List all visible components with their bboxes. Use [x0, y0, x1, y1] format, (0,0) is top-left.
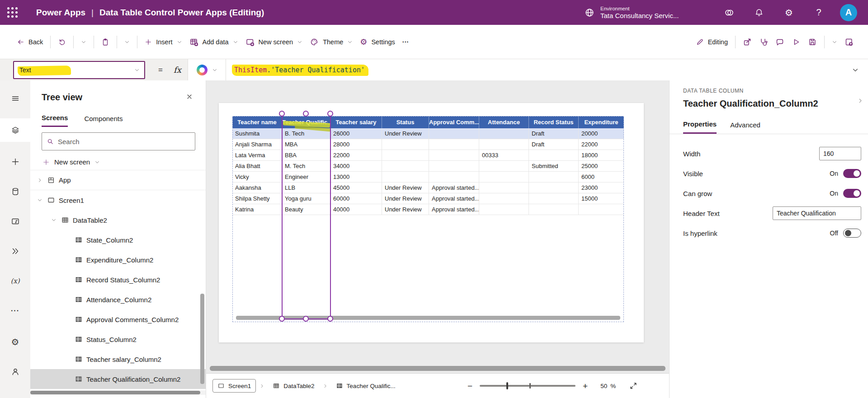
- app-checker-button[interactable]: [755, 35, 772, 49]
- save-button[interactable]: [804, 35, 821, 49]
- undo-button[interactable]: [54, 35, 70, 49]
- selection-handle[interactable]: [327, 316, 333, 322]
- table-row[interactable]: Anjali SharmaMBA28000Draft22000: [232, 139, 624, 150]
- table-row[interactable]: SushmitaB. Tech26000Under ReviewDraft200…: [232, 128, 624, 139]
- width-input[interactable]: [819, 147, 861, 160]
- avatar[interactable]: A: [840, 4, 857, 21]
- table-row[interactable]: Lata VermaBBA220000033318000: [232, 150, 624, 161]
- environment-switcher[interactable]: Environment Tata Consultancy Servic...: [585, 6, 679, 19]
- tree-vertical-scrollbar[interactable]: [200, 294, 204, 384]
- header-text-input[interactable]: [773, 206, 861, 220]
- tree-item-teacher-salary-column2[interactable]: Teacher salary_Column2: [30, 349, 206, 369]
- tab-properties[interactable]: Properties: [683, 120, 717, 134]
- tree-item-attendance-column2[interactable]: Attendance_Column2: [30, 290, 206, 309]
- tree-item-state-column2[interactable]: State_Column2: [30, 230, 206, 250]
- back-button[interactable]: Back: [14, 36, 47, 48]
- save-menu-button[interactable]: [828, 37, 841, 47]
- zoom-in-button[interactable]: +: [583, 382, 588, 390]
- help-icon[interactable]: ?: [812, 6, 826, 19]
- breadcrumb-teacher-qualific[interactable]: Teacher Qualific...: [331, 379, 400, 392]
- breadcrumb-screen1[interactable]: Screen1: [212, 379, 256, 393]
- preview-button[interactable]: [788, 35, 804, 49]
- rail-variables-button[interactable]: (x): [0, 271, 30, 291]
- column-header-approval-comm[interactable]: Approval Comm...: [429, 116, 479, 128]
- search-box[interactable]: [42, 132, 195, 150]
- new-screen-tree-button[interactable]: New screen: [42, 158, 100, 166]
- column-header-teacher-name[interactable]: Teacher name: [232, 116, 282, 128]
- settings-gear-icon[interactable]: ⚙: [782, 6, 796, 19]
- insert-button[interactable]: Insert: [141, 36, 185, 48]
- tree-item-screen1[interactable]: Screen1: [30, 190, 206, 210]
- table-row[interactable]: Alia BhattM. Tech34000Submitted25000: [232, 161, 624, 172]
- formula-input[interactable]: ThisItem.'Teacher Qualification': [188, 59, 868, 81]
- copilot-header-icon[interactable]: [722, 6, 736, 19]
- add-data-button[interactable]: Add data: [186, 35, 242, 49]
- can-grow-toggle[interactable]: [843, 189, 861, 198]
- paste-menu-button[interactable]: [121, 37, 133, 47]
- canvas-scrollbar[interactable]: [210, 366, 665, 371]
- zoom-slider-thumb[interactable]: [506, 382, 508, 389]
- chevron-down-icon[interactable]: [50, 217, 57, 223]
- column-header-record-status[interactable]: Record Status: [529, 116, 579, 128]
- tab-components[interactable]: Components: [84, 114, 123, 127]
- column-header-teacher-salary[interactable]: Teacher salary: [330, 116, 382, 128]
- copilot-button[interactable]: [188, 59, 226, 81]
- selection-handle[interactable]: [279, 111, 285, 117]
- share-button[interactable]: [739, 35, 755, 49]
- new-screen-button[interactable]: New screen: [242, 35, 307, 49]
- rail-more-button[interactable]: ···: [0, 301, 30, 321]
- table-row[interactable]: Shilpa ShettyYoga guru60000Under ReviewA…: [232, 193, 624, 204]
- table-row[interactable]: AakanshaLLB45000Under ReviewApproval sta…: [232, 183, 624, 193]
- settings-button[interactable]: ⚙ Settings: [356, 35, 399, 49]
- tab-advanced[interactable]: Advanced: [730, 120, 760, 134]
- theme-button[interactable]: Theme: [306, 35, 356, 49]
- visible-toggle[interactable]: [843, 169, 861, 178]
- chevron-right-icon[interactable]: [36, 178, 43, 183]
- breadcrumb-datatable2[interactable]: DataTable2: [268, 379, 319, 392]
- rail-power-automate-button[interactable]: [0, 241, 30, 261]
- search-input[interactable]: [58, 138, 190, 145]
- column-header-attendance[interactable]: Attendance: [479, 116, 529, 128]
- rail-settings-button[interactable]: ⚙: [0, 332, 30, 352]
- tree-item-datatable2[interactable]: DataTable2: [30, 210, 206, 230]
- rail-media-button[interactable]: [0, 211, 30, 231]
- overflow-button[interactable]: ···: [399, 36, 413, 48]
- tree-item-record-status-column2[interactable]: Record Status_Column2: [30, 270, 206, 290]
- formula-expand-icon[interactable]: [852, 66, 859, 74]
- publish-button[interactable]: [841, 35, 857, 49]
- chevron-down-icon[interactable]: [36, 197, 43, 203]
- rail-user-button[interactable]: [0, 362, 30, 382]
- rail-data-sources-button[interactable]: [0, 182, 30, 201]
- tab-screens[interactable]: Screens: [42, 114, 68, 127]
- rail-insert-plus-button[interactable]: [0, 152, 30, 172]
- column-header-expenditure[interactable]: Expenditure: [579, 116, 624, 128]
- notifications-icon[interactable]: [752, 6, 766, 19]
- comments-button[interactable]: [772, 35, 788, 49]
- tree-item-status-column2[interactable]: Status_Column2: [30, 329, 206, 349]
- selection-handle[interactable]: [303, 316, 309, 322]
- rail-hamburger-button[interactable]: [0, 89, 30, 108]
- is-hyperlink-toggle[interactable]: [843, 229, 861, 238]
- table-row[interactable]: VickyEngineer130006000: [232, 172, 624, 183]
- selection-handle[interactable]: [279, 316, 285, 322]
- formula-text[interactable]: ThisItem.'Teacher Qualification': [232, 66, 368, 74]
- data-table-control[interactable]: Teacher nameTeacher Qualific...Teacher s…: [232, 116, 624, 215]
- close-icon[interactable]: [186, 93, 193, 100]
- zoom-out-button[interactable]: −: [467, 382, 472, 390]
- collapse-panel-icon[interactable]: [857, 98, 863, 104]
- fit-to-window-icon[interactable]: [629, 382, 637, 390]
- tree-item-app[interactable]: App: [30, 170, 206, 190]
- column-header-status[interactable]: Status: [382, 116, 429, 128]
- column-header-teacher-qualific[interactable]: Teacher Qualific...: [282, 116, 330, 128]
- tree-item-approval-comments-column2[interactable]: Approval Comments_Column2: [30, 309, 206, 329]
- selection-handle[interactable]: [327, 111, 333, 117]
- waffle-icon[interactable]: [0, 0, 25, 25]
- selection-handle[interactable]: [303, 111, 309, 117]
- property-selector[interactable]: Text: [13, 61, 145, 79]
- tree-item-teacher-qualification-column2[interactable]: Teacher Qualification_Column2: [30, 369, 206, 389]
- undo-menu-button[interactable]: [77, 37, 90, 47]
- rail-tree-view-button[interactable]: [0, 118, 30, 142]
- table-row[interactable]: KatrinaBeauty40000Under ReviewApproval s…: [232, 204, 624, 215]
- tree-horizontal-scrollbar[interactable]: [30, 390, 206, 395]
- zoom-slider[interactable]: [480, 385, 576, 387]
